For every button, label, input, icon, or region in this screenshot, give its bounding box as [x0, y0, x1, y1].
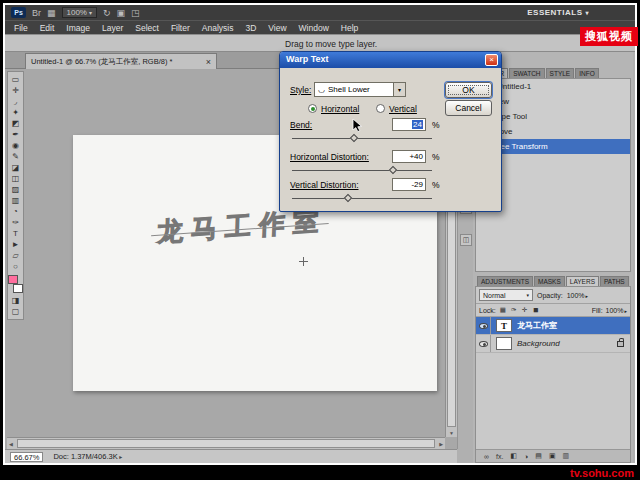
eyedropper-tool[interactable]: ✒: [9, 129, 22, 140]
document-size-info[interactable]: Doc: 1.37M/406.3K: [53, 452, 122, 461]
tab-masks[interactable]: MASKS: [534, 276, 565, 286]
horizontal-distortion-field[interactable]: +40: [392, 150, 426, 163]
menu-image[interactable]: Image: [60, 23, 96, 33]
lock-transparency-icon[interactable]: ▦: [499, 306, 507, 314]
screen-mode-button[interactable]: ▢: [9, 306, 22, 317]
menu-3d[interactable]: 3D: [239, 23, 262, 33]
horizontal-scrollbar[interactable]: [7, 437, 445, 449]
lock-options-row: Lock: ▦ ✑ ✛ ◼ Fill: 100%: [476, 304, 630, 317]
tab-paths[interactable]: PATHS: [600, 276, 629, 286]
menu-analysis[interactable]: Analysis: [196, 23, 240, 33]
fill-value[interactable]: 100%: [606, 307, 627, 314]
quick-mask-mode-button[interactable]: ◨: [9, 295, 22, 306]
background-layer-thumbnail[interactable]: [496, 337, 512, 350]
eraser-tool[interactable]: ▨: [9, 184, 22, 195]
rectangle-tool[interactable]: ▱: [9, 250, 22, 261]
layer-name[interactable]: 龙马工作室: [517, 320, 557, 331]
vertical-radio[interactable]: [376, 104, 385, 113]
v-distortion-slider-thumb[interactable]: [344, 194, 352, 202]
eye-icon[interactable]: [479, 323, 488, 329]
collapsed-panel-icon-3[interactable]: ◫: [460, 234, 472, 246]
lasso-tool[interactable]: ◞: [9, 96, 22, 107]
adjustment-layer-icon[interactable]: ◑: [524, 453, 528, 460]
rotate-view-icon[interactable]: ↻: [103, 8, 111, 18]
cancel-button[interactable]: Cancel: [445, 100, 492, 116]
menu-window[interactable]: Window: [293, 23, 335, 33]
crop-tool[interactable]: ◩: [9, 118, 22, 129]
horizontal-distortion-slider[interactable]: [292, 166, 432, 174]
tab-swatches[interactable]: SWATCH: [509, 68, 544, 78]
lock-pixels-icon[interactable]: ✑: [510, 306, 518, 314]
layer-row-background[interactable]: Background: [476, 335, 630, 353]
chevron-down-icon[interactable]: ▾: [393, 83, 405, 96]
zoom-level-dropdown[interactable]: 100%: [62, 7, 97, 18]
menu-layer[interactable]: Layer: [96, 23, 129, 33]
rectangular-marquee-tool[interactable]: ▭: [9, 74, 22, 85]
menu-bar: File Edit Image Layer Select Filter Anal…: [5, 20, 635, 34]
tab-adjustments[interactable]: ADJUSTMENTS: [477, 276, 533, 286]
path-selection-tool[interactable]: ►: [9, 239, 22, 250]
vertical-distortion-field[interactable]: -29: [392, 178, 426, 191]
photoshop-logo: Ps: [11, 7, 26, 18]
layer-mask-icon[interactable]: ◧: [510, 452, 517, 460]
text-layer-thumbnail[interactable]: T: [496, 319, 512, 332]
layer-lock-icon: [617, 341, 624, 347]
background-color-swatch[interactable]: [13, 284, 23, 293]
tab-styles[interactable]: STYLE: [546, 68, 575, 78]
type-tool[interactable]: T: [9, 228, 22, 239]
layer-group-icon[interactable]: ▤: [535, 452, 542, 460]
link-layers-icon[interactable]: ∞: [484, 453, 489, 460]
workspace-switcher[interactable]: ESSENTIALS: [527, 8, 589, 17]
pen-tool[interactable]: ✑: [9, 217, 22, 228]
horizontal-radio-label[interactable]: Horizontal: [321, 104, 359, 114]
style-dropdown[interactable]: ◡ Shell Lower ▾: [314, 82, 406, 97]
delete-layer-icon[interactable]: ▥: [563, 452, 570, 460]
transform-reference-point[interactable]: [299, 257, 308, 266]
document-tab[interactable]: Untitled-1 @ 66.7% (龙马工作室, RGB/8) * ×: [25, 53, 217, 69]
close-icon[interactable]: ×: [485, 54, 498, 66]
horizontal-radio[interactable]: [308, 104, 317, 113]
move-tool[interactable]: ✛: [9, 85, 22, 96]
clone-stamp-tool[interactable]: ◪: [9, 162, 22, 173]
screen-mode-icon[interactable]: ◳: [131, 8, 140, 18]
menu-filter[interactable]: Filter: [165, 23, 196, 33]
zoom-tool[interactable]: ○: [9, 261, 22, 272]
arrange-documents-icon[interactable]: ▣: [117, 8, 126, 18]
lock-position-icon[interactable]: ✛: [521, 306, 529, 314]
lock-all-icon[interactable]: ◼: [532, 306, 540, 314]
vertical-radio-label[interactable]: Vertical: [389, 104, 417, 114]
visibility-cell[interactable]: [476, 335, 491, 352]
spot-healing-brush-tool[interactable]: ◉: [9, 140, 22, 151]
view-extras-icon[interactable]: ▦: [47, 8, 56, 18]
tab-info[interactable]: INFO: [575, 68, 599, 78]
ok-button[interactable]: OK: [445, 82, 492, 98]
menu-help[interactable]: Help: [335, 23, 364, 33]
menu-view[interactable]: View: [262, 23, 292, 33]
bridge-icon[interactable]: Br: [32, 8, 41, 18]
blur-tool[interactable]: ◔: [9, 206, 22, 217]
quick-selection-tool[interactable]: ✦: [9, 107, 22, 118]
horizontal-scrollbar-thumb[interactable]: [17, 439, 435, 448]
layer-row-text[interactable]: T 龙马工作室: [476, 317, 630, 335]
eye-icon[interactable]: [479, 341, 488, 347]
h-distortion-slider-thumb[interactable]: [389, 166, 397, 174]
brush-tool[interactable]: ✎: [9, 151, 22, 162]
opacity-value[interactable]: 100%: [567, 292, 588, 299]
tab-layers[interactable]: LAYERS: [566, 276, 599, 286]
new-layer-icon[interactable]: ▣: [549, 452, 556, 460]
bend-value-field[interactable]: 24: [392, 118, 426, 131]
layer-style-icon[interactable]: fx.: [496, 453, 503, 460]
menu-edit[interactable]: Edit: [34, 23, 61, 33]
foreground-color-swatch[interactable]: [8, 275, 18, 284]
layer-name[interactable]: Background: [517, 339, 560, 348]
menu-file[interactable]: File: [8, 23, 34, 33]
visibility-cell[interactable]: [476, 317, 491, 334]
vertical-distortion-slider[interactable]: [292, 194, 432, 202]
history-brush-tool[interactable]: ◫: [9, 173, 22, 184]
status-zoom-field[interactable]: 66.67%: [10, 452, 43, 462]
menu-select[interactable]: Select: [129, 23, 165, 33]
gradient-tool[interactable]: ▥: [9, 195, 22, 206]
dialog-title-bar[interactable]: Warp Text: [280, 52, 501, 68]
close-tab-icon[interactable]: ×: [206, 57, 211, 67]
blend-mode-dropdown[interactable]: Normal: [479, 289, 533, 301]
